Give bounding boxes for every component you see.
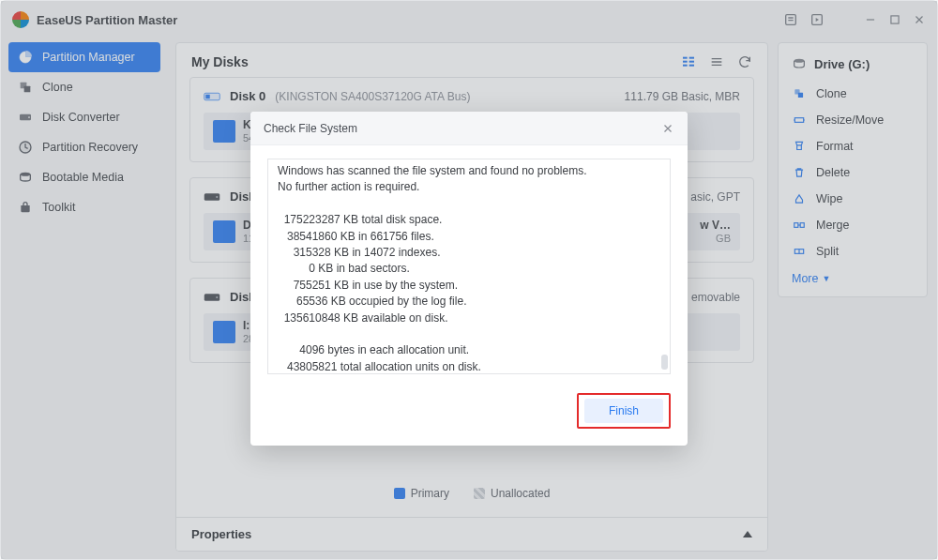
log-line: 135610848 KB available on disk. bbox=[278, 310, 660, 326]
log-line bbox=[278, 196, 660, 212]
log-line: 65536 KB occupied by the log file. bbox=[278, 294, 660, 310]
log-line: 38541860 KB in 661756 files. bbox=[278, 229, 660, 245]
dialog-titlebar: Check File System bbox=[250, 112, 688, 145]
log-line: 43805821 total allocation units on disk. bbox=[278, 359, 660, 374]
app-window: EaseUS Partition Master bbox=[0, 0, 938, 560]
dialog-close-icon[interactable] bbox=[661, 122, 674, 135]
log-line: Windows has scanned the file system and … bbox=[278, 163, 660, 179]
log-line: No further action is required. bbox=[278, 179, 660, 195]
check-file-system-dialog: Check File System Windows has scanned th… bbox=[250, 112, 688, 446]
finish-button[interactable]: Finish bbox=[584, 399, 663, 423]
scrollbar-thumb[interactable] bbox=[661, 355, 668, 370]
log-line bbox=[278, 326, 660, 342]
log-line: 175223287 KB total disk space. bbox=[278, 212, 660, 228]
log-line: 0 KB in bad sectors. bbox=[278, 261, 660, 277]
finish-highlight: Finish bbox=[577, 393, 671, 429]
log-line: 4096 bytes in each allocation unit. bbox=[278, 342, 660, 358]
dialog-title: Check File System bbox=[264, 122, 661, 135]
modal-overlay: Check File System Windows has scanned th… bbox=[1, 1, 937, 559]
log-output: Windows has scanned the file system and … bbox=[267, 159, 671, 374]
log-line: 755251 KB in use by the system. bbox=[278, 278, 660, 294]
log-line: 315328 KB in 14072 indexes. bbox=[278, 245, 660, 261]
